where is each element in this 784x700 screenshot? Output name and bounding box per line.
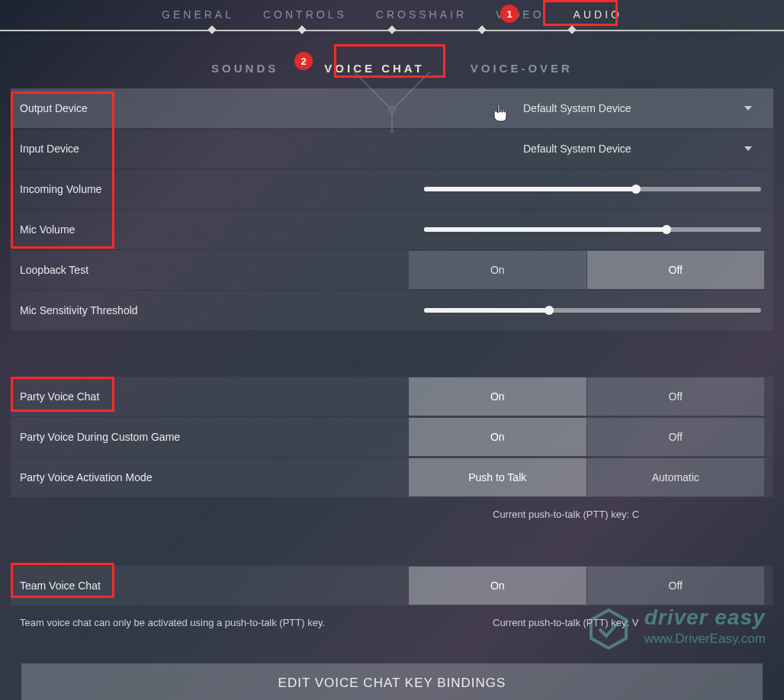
- party-custom-on[interactable]: On: [409, 418, 586, 456]
- chevron-down-icon: [744, 146, 752, 151]
- dropdown-output-device[interactable]: Default System Device: [409, 102, 764, 114]
- team-voice-on[interactable]: On: [409, 567, 586, 605]
- annotation-badge-1: 1: [500, 5, 519, 23]
- subtab-sounds[interactable]: SOUNDS: [211, 62, 278, 75]
- slider-mic-sensitivity[interactable]: [424, 308, 761, 313]
- loopback-on[interactable]: On: [409, 251, 586, 289]
- setting-team-voice-chat: Team Voice Chat On Off: [11, 566, 773, 605]
- toggle-team-voice: On Off: [409, 567, 764, 605]
- dropdown-value: Default System Device: [523, 143, 631, 155]
- dropdown-input-device[interactable]: Default System Device: [409, 143, 764, 155]
- diamond-icon: [477, 25, 486, 34]
- setting-output-device: Output Device Default System Device: [11, 88, 773, 128]
- team-ptt-note: Team voice chat can only be activated us…: [11, 606, 773, 628]
- party-voice-off[interactable]: Off: [587, 377, 765, 416]
- setting-party-activation-mode: Party Voice Activation Mode Push to Talk…: [11, 458, 773, 497]
- toggle-party-custom: On Off: [409, 418, 764, 456]
- diamond-icon: [387, 25, 396, 34]
- edit-key-bindings-button[interactable]: EDIT VOICE CHAT KEY BINDINGS: [21, 663, 763, 700]
- label-party-custom: Party Voice During Custom Game: [20, 431, 409, 443]
- toggle-party-activation: Push to Talk Automatic: [409, 458, 764, 496]
- diamond-icon: [567, 25, 576, 34]
- tab-divider: [0, 24, 784, 35]
- setting-input-device: Input Device Default System Device: [11, 129, 773, 169]
- top-tab-bar: GENERAL CONTROLS CROSSHAIR VIDEO AUDIO: [0, 0, 784, 24]
- label-loopback: Loopback Test: [20, 264, 409, 276]
- label-mic-volume: Mic Volume: [20, 223, 409, 236]
- label-party-voice: Party Voice Chat: [20, 390, 409, 403]
- slider-incoming-volume[interactable]: [424, 187, 761, 191]
- tab-crosshair[interactable]: CROSSHAIR: [376, 8, 467, 21]
- subtab-voice-chat[interactable]: VOICE CHAT: [324, 62, 424, 75]
- diamond-icon: [207, 25, 216, 34]
- slider-thumb[interactable]: [545, 306, 554, 315]
- diamond-icon: [297, 25, 306, 34]
- party-activation-ptt[interactable]: Push to Talk: [409, 458, 586, 496]
- slider-thumb[interactable]: [631, 185, 641, 194]
- label-incoming-volume: Incoming Volume: [20, 183, 409, 195]
- sub-tab-bar: SOUNDS VOICE CHAT VOICE-OVER: [0, 35, 784, 88]
- tab-general[interactable]: GENERAL: [162, 8, 234, 21]
- label-party-activation: Party Voice Activation Mode: [20, 471, 409, 483]
- toggle-party-voice: On Off: [409, 377, 764, 416]
- party-ptt-note: Current push-to-talk (PTT) key: C: [11, 498, 773, 520]
- dropdown-value: Default System Device: [523, 102, 631, 114]
- setting-incoming-volume: Incoming Volume: [11, 169, 773, 209]
- setting-party-voice-chat: Party Voice Chat On Off: [11, 377, 773, 416]
- party-activation-auto[interactable]: Automatic: [587, 458, 765, 496]
- party-custom-off[interactable]: Off: [587, 418, 765, 456]
- party-voice-on[interactable]: On: [409, 377, 586, 416]
- annotation-badge-2: 2: [294, 52, 313, 70]
- chevron-down-icon: [744, 106, 752, 111]
- party-ptt-key-text: Current push-to-talk (PTT) key: C: [493, 509, 764, 520]
- setting-party-voice-custom: Party Voice During Custom Game On Off: [11, 417, 773, 457]
- setting-loopback-test: Loopback Test On Off: [11, 250, 773, 290]
- loopback-off[interactable]: Off: [587, 251, 765, 289]
- setting-mic-volume: Mic Volume: [11, 210, 773, 249]
- label-team-voice: Team Voice Chat: [20, 580, 409, 592]
- label-output-device: Output Device: [20, 102, 409, 114]
- team-ptt-key-text: Current push-to-talk (PTT) key: V: [493, 617, 764, 628]
- tab-controls[interactable]: CONTROLS: [263, 8, 347, 21]
- slider-thumb[interactable]: [662, 225, 671, 234]
- subtab-voice-over[interactable]: VOICE-OVER: [471, 62, 573, 75]
- setting-mic-sensitivity: Mic Sensitivity Threshold: [11, 291, 773, 330]
- tab-audio[interactable]: AUDIO: [574, 8, 622, 21]
- label-input-device: Input Device: [20, 143, 409, 155]
- toggle-loopback: On Off: [409, 251, 764, 289]
- team-voice-off[interactable]: Off: [587, 567, 765, 605]
- label-mic-sensitivity: Mic Sensitivity Threshold: [20, 304, 409, 316]
- team-note-left-text: Team voice chat can only be activated us…: [20, 617, 493, 628]
- slider-mic-volume[interactable]: [424, 227, 761, 232]
